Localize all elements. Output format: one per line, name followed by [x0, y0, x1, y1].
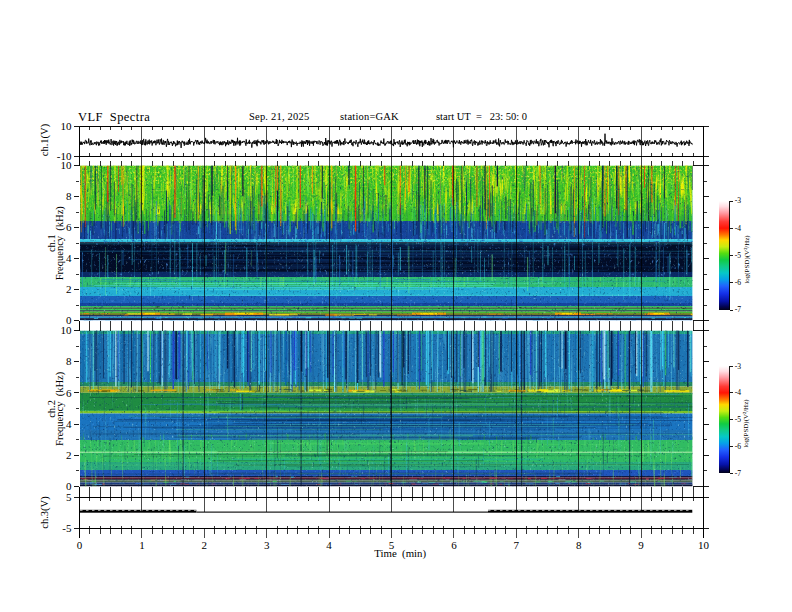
- svg-text:-6: -6: [735, 442, 742, 451]
- svg-text:-4: -4: [735, 224, 742, 233]
- svg-text:ch.1(V): ch.1(V): [39, 123, 51, 156]
- svg-text:4: 4: [66, 418, 72, 430]
- svg-text:10: 10: [61, 120, 73, 132]
- svg-text:8: 8: [66, 355, 72, 367]
- svg-text:2: 2: [202, 539, 208, 551]
- svg-text:10: 10: [698, 539, 710, 551]
- svg-text:3: 3: [264, 539, 270, 551]
- svg-text:8: 8: [66, 190, 72, 202]
- svg-text:6: 6: [66, 221, 72, 233]
- svg-text:-5: -5: [735, 251, 742, 260]
- svg-text:6: 6: [451, 539, 457, 551]
- svg-text:10: 10: [61, 159, 73, 171]
- svg-text:8: 8: [576, 539, 582, 551]
- svg-text:log(PSD)(V²/Hz): log(PSD)(V²/Hz): [743, 399, 751, 448]
- svg-text:Time (min): Time (min): [374, 547, 426, 560]
- svg-text:-3: -3: [735, 196, 742, 205]
- svg-text:ch.3(V): ch.3(V): [39, 496, 51, 529]
- svg-text:-5: -5: [735, 415, 742, 424]
- svg-text:Sep. 21, 2025: Sep. 21, 2025: [249, 111, 309, 122]
- svg-text:7: 7: [514, 539, 520, 551]
- svg-text:VLF Spectra: VLF Spectra: [78, 110, 150, 124]
- svg-text:0: 0: [77, 539, 83, 551]
- svg-text:9: 9: [638, 539, 644, 551]
- svg-text:-4: -4: [735, 388, 742, 397]
- svg-text:station=GAK: station=GAK: [340, 111, 399, 122]
- svg-text:-5: -5: [62, 522, 72, 534]
- svg-text:log(PSD)(V²/Hz): log(PSD)(V²/Hz): [743, 235, 751, 284]
- svg-text:5: 5: [66, 491, 72, 503]
- svg-text:2: 2: [66, 283, 72, 295]
- svg-text:-7: -7: [735, 469, 742, 478]
- svg-text:6: 6: [66, 387, 72, 399]
- svg-text:4: 4: [66, 252, 72, 264]
- svg-text:2: 2: [66, 449, 72, 461]
- svg-text:-3: -3: [735, 362, 742, 371]
- svg-text:1: 1: [139, 539, 145, 551]
- svg-text:-6: -6: [735, 278, 742, 287]
- svg-text:4: 4: [326, 539, 332, 551]
- svg-text:10: 10: [61, 324, 73, 336]
- svg-text:-7: -7: [735, 305, 742, 314]
- svg-text:Frequency (kHz): Frequency (kHz): [54, 371, 66, 446]
- svg-text:start UT = 23: 50: 0: start UT = 23: 50: 0: [436, 111, 527, 122]
- svg-text:Frequency (kHz): Frequency (kHz): [54, 206, 66, 281]
